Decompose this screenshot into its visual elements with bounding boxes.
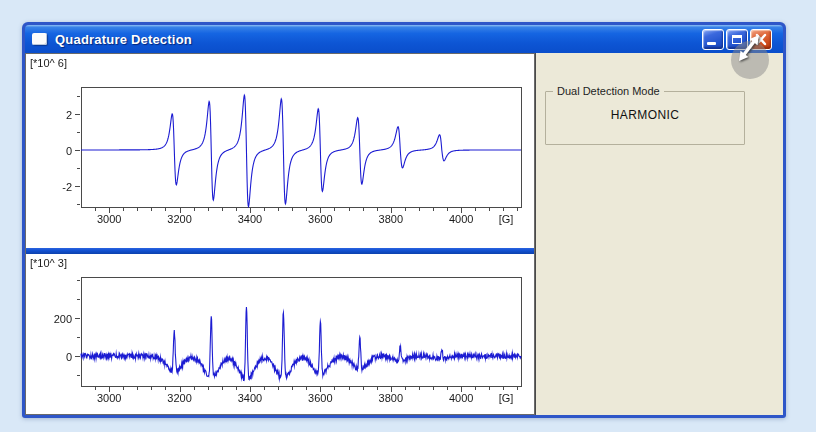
upper-spectrum-canvas[interactable]	[26, 54, 534, 246]
upper-y-unit-label: [*10^ 6]	[30, 57, 67, 69]
lower-spectrum-canvas[interactable]	[26, 254, 534, 414]
detection-mode-value: HARMONIC	[546, 108, 744, 122]
minimize-icon	[707, 42, 716, 45]
desktop-background: Quadrature Detection [*10^ 6]	[0, 0, 816, 432]
window-controls	[700, 29, 777, 50]
upper-spectrum-viewport[interactable]: [*10^ 6]	[26, 54, 534, 246]
minimize-button[interactable]	[702, 29, 724, 50]
active-trace-indicator	[26, 246, 534, 254]
window-client-area: [*10^ 6] [*10^ 3] Dual Detection Mode HA…	[25, 53, 783, 415]
title-bar[interactable]: Quadrature Detection	[25, 25, 783, 53]
quadrature-detection-window: Quadrature Detection [*10^ 6]	[22, 22, 786, 418]
window-system-menu-icon[interactable]	[32, 33, 47, 45]
maximize-button[interactable]	[726, 29, 748, 50]
side-panel: Dual Detection Mode HARMONIC	[535, 53, 783, 415]
lower-y-unit-label: [*10^ 3]	[30, 257, 67, 269]
close-button[interactable]	[750, 29, 772, 50]
spectra-panel: [*10^ 6] [*10^ 3]	[25, 53, 535, 415]
maximize-icon	[732, 35, 742, 44]
close-icon	[751, 30, 771, 49]
dual-detection-mode-label: Dual Detection Mode	[553, 85, 664, 97]
dual-detection-mode-groupbox: Dual Detection Mode HARMONIC	[545, 91, 745, 145]
lower-spectrum-viewport[interactable]: [*10^ 3]	[26, 254, 534, 414]
window-title: Quadrature Detection	[55, 32, 192, 47]
